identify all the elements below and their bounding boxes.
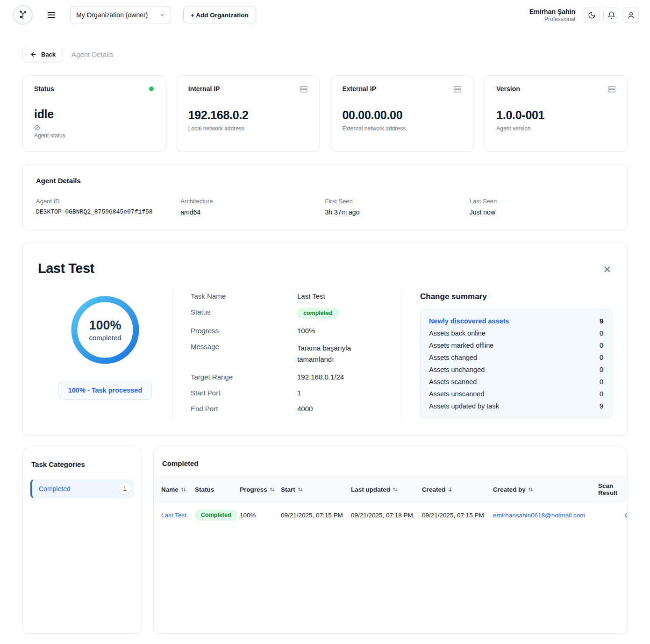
task-name-row: Task Name Last Test <box>191 292 393 300</box>
stat-card-internal-ip: Internal IP 192.168.0.2 Local network ad… <box>177 75 320 152</box>
last-test-card: ✕ Last Test <box>22 243 628 436</box>
stat-card-value: idle <box>34 107 154 121</box>
column-header-scan-result: Scan Result <box>594 477 628 501</box>
profile-button[interactable] <box>623 7 639 23</box>
bottom-section: Task Categories Completed 1 Completed Na… <box>22 448 628 634</box>
agent-id-field: Agent ID DESKTOP-0GBNRQ2_87596845e07f1f5… <box>36 198 180 216</box>
stat-card-title: Status <box>34 85 54 93</box>
hamburger-menu-button[interactable] <box>45 8 58 21</box>
progress-ring-center: 100% completed <box>68 293 142 367</box>
progress-row: Progress 100% <box>191 327 393 335</box>
task-last-updated-cell: 09/21/2025, 07:18 PM <box>347 504 418 527</box>
server-icon <box>453 85 462 93</box>
message-value: Tarama başarıyla tamamlandı <box>297 343 367 365</box>
user-plan-badge: Professional <box>529 16 575 22</box>
dark-mode-toggle-button[interactable] <box>584 7 600 23</box>
breadcrumb: Back Agent Details <box>22 47 628 62</box>
user-icon <box>627 11 635 19</box>
column-header-created-by[interactable]: Created by <box>489 481 594 498</box>
tasks-table-card: Completed Name Status Progress <box>153 448 628 634</box>
summary-row: Assets back online 0 <box>429 327 603 339</box>
last-test-title: Last Test <box>38 261 612 276</box>
add-organization-button[interactable]: + Add Organization <box>183 7 256 23</box>
last-seen-field: Last Seen Just now <box>470 198 614 216</box>
moon-icon <box>588 11 596 19</box>
column-header-status[interactable]: Status <box>191 481 236 498</box>
stat-card-title: Internal IP <box>188 85 220 93</box>
main-content: Back Agent Details Status idle Agent sta… <box>0 47 650 644</box>
page-title: Agent Details <box>71 50 113 58</box>
column-label: Status <box>195 486 214 493</box>
field-label: Target Range <box>191 373 297 381</box>
summary-row: Assets unchanged 0 <box>429 364 603 376</box>
summary-label: Assets unscanned <box>429 390 485 398</box>
field-label: First Seen <box>325 198 470 205</box>
field-label: Task Name <box>191 292 297 300</box>
notifications-button[interactable] <box>603 7 619 23</box>
last-test-fields: Task Name Last Test Status completed Pro… <box>172 290 403 418</box>
eye-icon[interactable] <box>624 511 628 520</box>
task-created-by-link[interactable]: emirhansahin0618@hotmail.com <box>493 512 586 519</box>
progress-caption: completed <box>89 334 121 342</box>
app-logo[interactable] <box>13 5 33 25</box>
summary-label: Assets updated by task <box>429 402 499 410</box>
sort-icon <box>528 487 533 492</box>
last-test-grid: 100% completed 100% - Task processed Tas… <box>38 290 612 418</box>
column-label: Name <box>161 486 179 493</box>
field-label: Progress <box>191 327 297 335</box>
column-header-created[interactable]: Created <box>418 481 489 498</box>
field-label: Last Seen <box>470 198 614 205</box>
back-button[interactable]: Back <box>22 47 63 62</box>
organization-select[interactable]: My Organization (owner) <box>70 7 171 23</box>
check-circle-icon <box>34 125 154 131</box>
bell-icon <box>607 11 615 19</box>
stat-card-caption: Agent status <box>34 132 154 139</box>
field-label: Architecture <box>180 198 325 205</box>
end-port-value: 4000 <box>297 405 393 413</box>
category-item-completed[interactable]: Completed 1 <box>30 479 134 498</box>
task-created-cell: 09/21/2025, 07:15 PM <box>418 504 489 527</box>
table-row: Last Test Completed 100% 09/21/2025, 07:… <box>154 502 627 529</box>
agent-details-title: Agent Details <box>36 177 614 185</box>
stat-card-title: Version <box>496 85 520 93</box>
task-processed-button[interactable]: 100% - Task processed <box>58 381 152 400</box>
progress-ring: 100% completed <box>68 293 142 367</box>
summary-value: 0 <box>600 342 603 349</box>
field-label: End Port <box>191 405 297 413</box>
column-header-progress[interactable]: Progress <box>236 481 277 498</box>
table-header-row: Name Status Progress Start <box>154 477 627 502</box>
field-label: Message <box>191 343 297 351</box>
summary-row: Assets unscanned 0 <box>429 388 603 400</box>
task-status-badge: Completed <box>195 510 237 521</box>
task-categories-card: Task Categories Completed 1 <box>22 448 142 634</box>
summary-label: Assets unchanged <box>429 366 485 373</box>
chevron-down-icon <box>159 12 165 18</box>
app-logo-icon <box>18 10 28 20</box>
tasks-table: Name Status Progress Start <box>154 477 627 529</box>
sort-icon <box>298 487 303 492</box>
column-header-last-updated[interactable]: Last updated <box>347 481 418 498</box>
column-header-start[interactable]: Start <box>277 481 347 498</box>
server-icon <box>300 85 308 93</box>
summary-row: Assets changed 0 <box>429 351 603 364</box>
task-progress-cell: 100% <box>236 504 277 527</box>
column-label: Start <box>281 486 295 493</box>
summary-label: Newly discovered assets <box>429 317 509 325</box>
start-port-row: Start Port 1 <box>191 389 393 397</box>
summary-value: 9 <box>600 402 603 410</box>
category-count-badge: 1 <box>119 483 130 494</box>
stat-card-status: Status idle Agent status <box>22 75 165 152</box>
status-row: Status completed <box>191 308 393 319</box>
arrow-left-icon <box>30 51 37 58</box>
sort-icon <box>393 487 398 492</box>
close-icon[interactable]: ✕ <box>601 263 613 276</box>
sort-desc-icon <box>448 487 453 492</box>
first-seen-field: First Seen 3h 37m ago <box>325 198 470 216</box>
summary-label: Assets changed <box>429 354 477 361</box>
start-port-value: 1 <box>297 389 393 397</box>
sort-icon <box>181 487 186 492</box>
task-name-link[interactable]: Last Test <box>161 512 186 519</box>
field-label: Status <box>191 308 297 316</box>
column-header-name[interactable]: Name <box>157 481 191 498</box>
task-name-value: Last Test <box>297 292 393 300</box>
